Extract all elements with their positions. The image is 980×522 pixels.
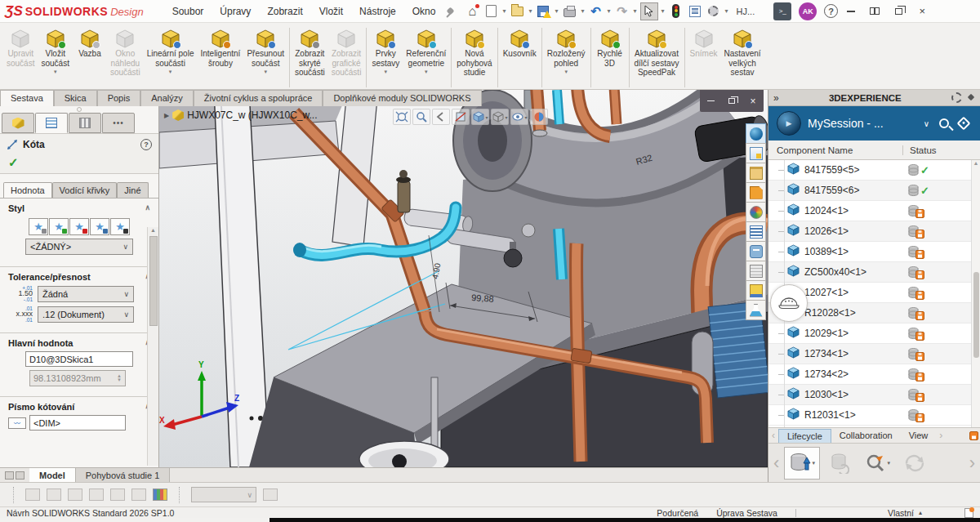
component-name[interactable]: 12027<1>: [804, 287, 908, 298]
save-style-icon[interactable]: ★: [90, 218, 109, 235]
expand-tree-icon[interactable]: ▶: [164, 112, 169, 119]
dimension-value[interactable]: 99,88: [471, 292, 494, 304]
explore-icon[interactable]: ▾: [859, 447, 895, 480]
split-view-icon[interactable]: [864, 3, 885, 20]
ribbon-button-assembly-features-icon[interactable]: Prvkysestavy▾: [368, 26, 403, 76]
component-name[interactable]: ZC500x40<1>: [804, 266, 908, 278]
property-manager-tab[interactable]: [35, 113, 68, 133]
3dexperience-compass-icon[interactable]: ▶: [777, 111, 801, 136]
component-name[interactable]: 10389<1>: [804, 246, 908, 257]
pm-tab-jin-[interactable]: Jiné: [117, 182, 148, 198]
column-component-name[interactable]: Component Name: [768, 145, 902, 155]
dimension-value-field[interactable]: 98.13108923mm▲▼: [29, 370, 126, 386]
more-tabs[interactable]: •••: [102, 113, 135, 133]
tolerance-dropdown[interactable]: Žádná∨: [38, 286, 134, 302]
precision-dropdown[interactable]: .12 (Dokument)∨: [38, 306, 134, 323]
tab-lifecycle[interactable]: Lifecycle: [778, 429, 831, 443]
ribbon-button-update-speedpak-icon[interactable]: Aktualizovatdílčí sestavySpeedPak: [631, 26, 683, 86]
hide-show-items-icon[interactable]: ▾: [510, 109, 528, 125]
new-document-icon[interactable]: [483, 3, 499, 20]
doc-close-icon[interactable]: ×: [746, 94, 760, 109]
ribbon-button-reference-geometry-icon[interactable]: Referenčnígeometrie▾: [403, 26, 449, 76]
panel-pin-icon[interactable]: [967, 94, 975, 102]
component-name[interactable]: 12734<2>: [804, 368, 908, 380]
view-orientation-icon[interactable]: ▾: [471, 109, 489, 125]
design-library-icon[interactable]: [746, 163, 766, 183]
display-state-caret-icon[interactable]: ▴: [919, 509, 922, 516]
component-name[interactable]: 12024<1>: [804, 205, 908, 216]
pm-scrollbar[interactable]: ▲: [147, 227, 158, 466]
toolbar-scroll-right-icon[interactable]: ›: [966, 453, 978, 474]
print-icon[interactable]: [562, 3, 578, 20]
options-list-icon[interactable]: [687, 3, 703, 20]
custom-properties-icon[interactable]: [746, 221, 766, 242]
help-icon[interactable]: ?: [824, 4, 838, 18]
component-row[interactable]: 12734<2>: [768, 364, 980, 385]
redo-icon[interactable]: ↷: [614, 3, 630, 20]
component-row[interactable]: ZC500x40<1>: [768, 262, 980, 283]
component-name[interactable]: 8417559<5>: [804, 164, 908, 176]
tab-sestava[interactable]: Sestava: [0, 90, 54, 106]
select-cursor-icon[interactable]: [640, 2, 658, 20]
menu-soubor[interactable]: Soubor: [165, 2, 212, 20]
pm-help-icon[interactable]: ?: [140, 139, 152, 150]
component-row[interactable]: 8417559<6>✓: [768, 181, 980, 201]
ribbon-button-mate-icon[interactable]: Vazba: [73, 26, 107, 67]
menu-úpravy[interactable]: Úpravy: [212, 2, 258, 20]
column-status[interactable]: Status: [902, 145, 980, 155]
component-row[interactable]: 10389<1>: [768, 242, 980, 262]
component-name[interactable]: 12734<1>: [804, 348, 908, 359]
collapse-chevron-icon[interactable]: ∧: [145, 203, 150, 213]
edit-appearance-icon[interactable]: [530, 109, 548, 125]
session-title[interactable]: MySession - ...: [808, 117, 917, 130]
tab-view[interactable]: View: [901, 429, 937, 443]
component-row[interactable]: R12031<1>: [768, 405, 980, 426]
print-caret[interactable]: ▾: [581, 7, 585, 15]
previous-view-icon[interactable]: [432, 109, 450, 125]
save-caret[interactable]: ▾: [555, 7, 558, 15]
tab-skica[interactable]: Skica: [54, 90, 97, 106]
user-avatar[interactable]: AK: [799, 2, 817, 20]
model-tab-model[interactable]: Model: [29, 468, 76, 482]
tab-popis[interactable]: Popis: [97, 90, 141, 106]
collaborator-hardhat-icon[interactable]: [770, 284, 808, 322]
component-name[interactable]: 12026<1>: [804, 225, 908, 237]
load-style-icon[interactable]: ★: [110, 218, 130, 235]
search-icon[interactable]: [939, 118, 949, 128]
restore-icon[interactable]: [888, 3, 909, 20]
display-style-icon[interactable]: ▾: [491, 109, 509, 125]
panel-handle[interactable]: [0, 106, 158, 113]
pane-splitter-icons[interactable]: [0, 468, 29, 482]
select-caret[interactable]: ▾: [662, 7, 665, 15]
close-icon[interactable]: ×: [911, 3, 933, 20]
forum-icon[interactable]: [746, 241, 766, 261]
document-name[interactable]: HJWX07C_w (HJWX10C_w...: [187, 109, 317, 121]
component-name[interactable]: 12030<1>: [804, 389, 908, 400]
status-doc-icon[interactable]: [964, 508, 973, 518]
component-list-scrollbar[interactable]: ▲: [971, 160, 980, 427]
open-caret[interactable]: ▾: [528, 7, 532, 15]
component-name[interactable]: R12028<1>: [804, 307, 908, 319]
dimension-secondary[interactable]: 4.90: [430, 262, 442, 280]
ok-check-button[interactable]: ✓: [0, 152, 158, 174]
dimension-name-field[interactable]: D10@3DSkica1: [25, 351, 133, 367]
model-tab-pohybov-studie-1[interactable]: Pohybová studie 1: [76, 468, 171, 482]
documentation-icon[interactable]: [746, 261, 766, 281]
pm-tab-vod-c-k-ivky[interactable]: Vodící křivky: [52, 182, 118, 198]
redo-caret[interactable]: ▾: [634, 7, 637, 15]
undo-icon[interactable]: ↶: [588, 3, 604, 20]
ribbon-button-exploded-view-icon[interactable]: Rozloženýpohled▾: [544, 26, 589, 76]
component-row[interactable]: 12734<1>: [768, 344, 980, 364]
model-scene[interactable]: R32: [159, 90, 768, 467]
tab--ivotn-cyklus-a-spolupr-ce[interactable]: Životní cyklus a spolupráce: [194, 90, 323, 106]
session-dropdown-icon[interactable]: ∨: [924, 119, 929, 128]
tab-collaboration[interactable]: Collaboration: [831, 429, 901, 443]
pm-tab-hodnota[interactable]: Hodnota: [3, 182, 52, 198]
component-row[interactable]: 12029<1>: [768, 323, 980, 344]
simulation-icon[interactable]: [746, 300, 766, 320]
ribbon-button-smart-fasteners-icon[interactable]: Inteligentníšrouby: [197, 26, 243, 76]
dimension-font-field[interactable]: <DIM>: [29, 415, 126, 431]
menu-vložit[interactable]: Vložit: [312, 2, 350, 20]
component-name[interactable]: 8417559<6>: [804, 185, 908, 196]
solidworks-resources-icon[interactable]: [746, 143, 766, 163]
